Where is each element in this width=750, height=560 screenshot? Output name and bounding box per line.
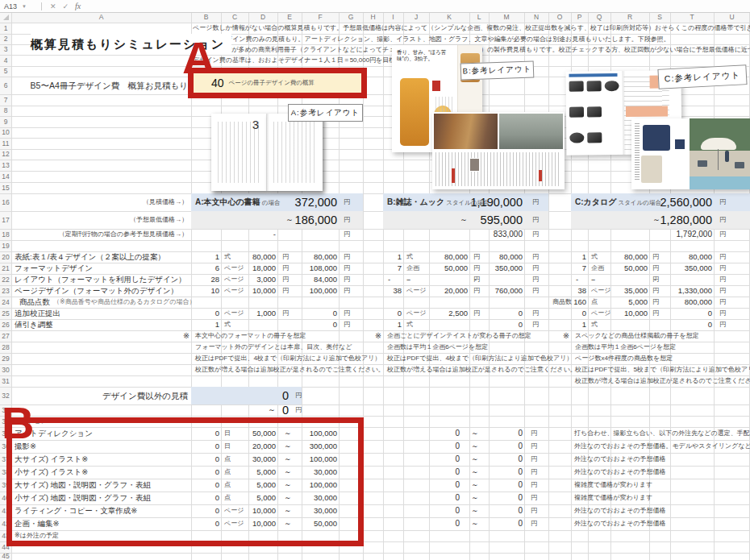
min-yen-c[interactable]: 円 (718, 211, 750, 229)
note-star-a[interactable]: ※ (11, 330, 191, 342)
column-header-P[interactable]: P (571, 12, 588, 23)
cancel-icon[interactable]: ✕ (50, 2, 56, 10)
min-value-b[interactable]: 595,000 (403, 211, 524, 229)
detail-label-23[interactable]: ページデザイン（フォーマット外のデザイン） (13, 285, 193, 297)
detail-25-c-qty[interactable]: 0 (571, 308, 588, 319)
periodical-yen-a[interactable]: 円 (342, 229, 366, 240)
option-total2-6[interactable]: 0 (469, 492, 524, 504)
detail-23-a-qty[interactable]: 10 (191, 285, 221, 297)
column-header-Q[interactable]: Q (588, 12, 610, 23)
detail-23-c-qty[interactable]: 38 (571, 285, 588, 297)
detail-25-c-total-yen[interactable]: 円 (718, 308, 750, 319)
detail-22-b-total[interactable]: - (473, 274, 492, 285)
detail-label-26[interactable]: 値引き調整 (13, 319, 193, 330)
row-header-14[interactable]: 14 (0, 171, 11, 182)
detail-21-b-total[interactable]: 350,000 (469, 263, 524, 274)
column-header-N[interactable]: N (524, 12, 548, 23)
estimate-yen-b[interactable]: 円 (531, 193, 555, 211)
detail-26-a-total-yen[interactable]: 円 (342, 319, 366, 330)
option-yen2-7[interactable]: 円 (529, 504, 553, 517)
option-remark-8[interactable]: 外注なのでおおよその予想価格 (573, 517, 750, 530)
detail-20-c-total[interactable]: 80,000 (649, 251, 714, 263)
option-yen2-8[interactable]: 円 (529, 517, 553, 530)
estimate-row-label[interactable]: B5〜A4冊子デザイン費 概算お見積もり (11, 77, 191, 94)
detail-24-c-qty[interactable]: 160 (571, 297, 588, 308)
option-qty2-3[interactable]: 0 (395, 453, 461, 466)
detail-26-b-unit[interactable]: 式 (405, 319, 431, 330)
detail-22-a-price[interactable]: 3,000 (221, 274, 277, 285)
column-header-H[interactable]: H (363, 12, 383, 23)
detail-21-a-qty[interactable]: 6 (191, 263, 221, 274)
min-value-c[interactable]: 1,280,000 (588, 211, 714, 229)
detail-26-c-total[interactable]: 0 (649, 319, 714, 330)
detail-23-a-total-yen[interactable]: 円 (342, 285, 366, 297)
note-c-4[interactable]: 校正はPDFで提出、5校まで（印刷方法により追加で色校アリ） (573, 364, 750, 375)
detail-20-b-total-yen[interactable]: 円 (531, 251, 555, 263)
option-total2-8[interactable]: 0 (469, 517, 524, 530)
row-header-9[interactable]: 9 (0, 116, 11, 127)
column-header-T[interactable]: T (670, 12, 714, 23)
detail-20-a-total-yen[interactable]: 円 (342, 251, 366, 263)
note-c-1[interactable]: スペックなどの商品仕様掲載の冊子を想定 (573, 330, 750, 342)
column-header-L[interactable]: L (469, 12, 489, 23)
note-a-2[interactable]: フォーマット外のデザインとは本扉、目次、奥付など (194, 342, 365, 353)
detail-23-c-total-yen[interactable]: 円 (718, 285, 750, 297)
column-header-G[interactable]: G (339, 12, 363, 23)
detail-21-b-price[interactable]: 50,000 (403, 263, 469, 274)
row-header-28[interactable]: 28 (0, 342, 11, 353)
note-star-b[interactable]: ※ (363, 330, 383, 342)
detail-25-c-total[interactable]: 0 (649, 308, 714, 319)
column-header-M[interactable]: M (489, 12, 524, 23)
row-header-21[interactable]: 21 (0, 263, 11, 274)
row-header-8[interactable]: 8 (0, 106, 11, 116)
detail-20-b-qty[interactable]: 1 (383, 251, 403, 263)
detail-23-b-price[interactable]: 20,000 (403, 285, 469, 297)
detail-21-b-total-yen[interactable]: 円 (531, 263, 555, 274)
detail-label-note-24[interactable]: （※商品番号や商品仕様のあるカタログの場合） (52, 297, 231, 308)
detail-23-b-qty[interactable]: 38 (383, 285, 403, 297)
section-label-a[interactable]: A:本文中心の書籍の場合 (194, 193, 223, 211)
row-header-3[interactable]: 3 (0, 44, 11, 55)
detail-26-b-total-yen[interactable]: 円 (531, 319, 555, 330)
row-header-16[interactable]: 16 (0, 193, 11, 211)
detail-26-a-total[interactable]: 0 (277, 319, 339, 330)
detail-21-a-total[interactable]: 108,000 (277, 263, 339, 274)
intro-line-1[interactable]: ページ数しか情報がない場合の概算見積もりです。予想最低価格は内容によって（シンプ… (191, 23, 750, 34)
row-header-18[interactable]: 18 (0, 229, 11, 240)
option-yen2-2[interactable]: 円 (529, 440, 553, 453)
column-header-R[interactable]: R (610, 12, 649, 23)
option-qty2-7[interactable]: 0 (395, 504, 461, 517)
detail-20-a-qty[interactable]: 1 (191, 251, 221, 263)
detail-25-b-qty[interactable]: 0 (383, 308, 403, 319)
option-remark-1[interactable]: 打ち合わせ、撮影立ち合い、以下の外注先などの選定、手配など (573, 427, 750, 440)
detail-26-b-qty[interactable]: 1 (383, 319, 403, 330)
detail-22-b-qty[interactable]: - (386, 274, 406, 285)
detail-22-a-total-yen[interactable]: 円 (342, 274, 366, 285)
detail-label-25[interactable]: 追加校正提出 (13, 308, 193, 319)
detail-20-b-price[interactable]: 80,000 (403, 251, 469, 263)
other-estimate-value2[interactable]: 0 (266, 404, 290, 416)
option-total2-1[interactable]: 0 (469, 427, 524, 440)
detail-22-c-qty[interactable]: - (574, 274, 591, 285)
detail-20-c-total-yen[interactable]: 円 (718, 251, 750, 263)
name-box[interactable]: A13 ▼ (0, 2, 36, 10)
estimate-yen-a[interactable]: 円 (342, 193, 366, 211)
periodical-value-b[interactable]: 833,000 (429, 229, 524, 240)
other-estimate-value[interactable]: 0 (266, 387, 290, 404)
row-header-7[interactable]: 7 (0, 94, 11, 106)
detail-26-c-qty[interactable]: 1 (571, 319, 588, 330)
detail-25-b-total-yen[interactable]: 円 (531, 308, 555, 319)
note-c-5[interactable]: 校正数が増える場合は追加校正が足されるのでご注意ください。 (573, 375, 750, 387)
detail-24-c-total[interactable]: 800,000 (649, 297, 714, 308)
select-all-corner[interactable] (0, 12, 11, 23)
option-remark-7[interactable]: 外注なのでおおよその予想価格 (573, 504, 750, 517)
note-star-c[interactable]: ※ (548, 330, 571, 342)
row-header-5[interactable]: 5 (0, 66, 11, 77)
detail-22-a-total[interactable]: 84,000 (277, 274, 339, 285)
detail-24-c-price[interactable]: 5,000 (588, 297, 649, 308)
price-label-min[interactable]: （予想最低価格→） (11, 211, 191, 229)
column-header-O[interactable]: O (548, 12, 571, 23)
option-remark-2[interactable]: 外注なのでおおよその予想価格。モデルやスタイリングなどは別 (573, 440, 750, 453)
periodical-yen-b[interactable]: 円 (531, 229, 555, 240)
detail-26-a-unit[interactable]: 式 (223, 319, 250, 330)
